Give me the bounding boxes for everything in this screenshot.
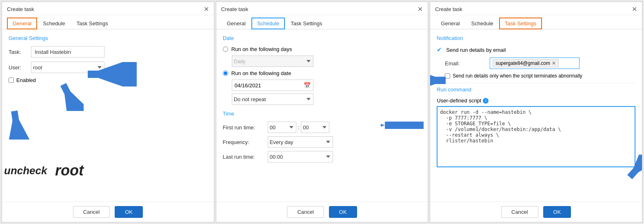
repeat-select[interactable]: Do not repeat Every day Every week Every…	[232, 93, 313, 105]
tab-general-2[interactable]: General	[221, 18, 251, 29]
last-run-row: Last run time: 00:00 01:00	[223, 151, 422, 162]
panel1-tabs: General Schedule Task Settings	[2, 15, 214, 29]
enabled-label: Enabled	[16, 77, 36, 83]
panel3-ok-button[interactable]: OK	[543, 206, 571, 218]
time-section: Time First run time: 00 010612 : 00 1530…	[223, 111, 422, 162]
radio-following-date-row: Run on the following date	[223, 70, 422, 76]
time-section-title: Time	[223, 111, 422, 117]
panel1-ok-button[interactable]: OK	[115, 206, 143, 218]
first-run-min-select[interactable]: 00 153045	[301, 122, 329, 133]
frequency-row: Frequency: Every day Every week Every mo…	[223, 136, 422, 148]
panel2-title: Create task	[221, 6, 248, 12]
panel2-footer: Cancel OK	[216, 202, 428, 222]
panel3-close-button[interactable]: ✕	[632, 5, 637, 13]
user-label: User:	[9, 64, 31, 71]
panel3-tabs: General Schedule Task Settings	[430, 15, 642, 29]
task-label: Task:	[9, 49, 31, 55]
tab-tasksettings-1[interactable]: Task Settings	[71, 18, 113, 29]
time-colon: :	[298, 124, 300, 131]
task-row: Task:	[9, 46, 207, 58]
panel3-header: Create task ✕	[430, 2, 642, 15]
panel1-cancel-button[interactable]: Cancel	[73, 206, 110, 218]
send-abnormal-label: Send run details only when the script te…	[453, 73, 582, 79]
date-input[interactable]	[235, 82, 304, 89]
panel-schedule: Create task ✕ General Schedule Task Sett…	[216, 2, 429, 222]
user-row: User: root admin	[9, 62, 207, 73]
panel1-content: General Settings Task: User: root admin …	[2, 29, 214, 202]
panel-tasksettings: Create task ✕ General Schedule Task Sett…	[430, 2, 642, 222]
panel2-close-button[interactable]: ✕	[417, 5, 423, 13]
tab-tasksettings-3[interactable]: Task Settings	[499, 18, 542, 29]
email-tag: supergate84@gmail.com ✕	[493, 59, 559, 67]
date-section-title: Date	[223, 35, 422, 41]
last-run-label: Last run time:	[223, 154, 268, 160]
email-tag-remove[interactable]: ✕	[552, 60, 556, 66]
svg-line-3	[14, 111, 18, 138]
panel3-content: Notification ✔ Send run details by email…	[430, 29, 642, 202]
panel1-close-button[interactable]: ✕	[204, 5, 209, 13]
info-icon[interactable]: i	[483, 98, 489, 104]
panel1-footer: Cancel OK	[2, 202, 214, 222]
user-select[interactable]: root admin	[31, 62, 104, 73]
first-run-hour-select[interactable]: 00 010612	[268, 122, 296, 133]
email-input-wrap: supergate84@gmail.com ✕	[490, 58, 580, 69]
notification-section-title: Notification	[437, 35, 635, 41]
first-run-label: First run time:	[223, 124, 268, 131]
daily-select[interactable]: Daily Weekly Monthly	[232, 55, 313, 67]
root-annotation: root	[55, 162, 84, 179]
first-run-row: First run time: 00 010612 : 00 153045	[223, 122, 422, 133]
divider	[437, 83, 635, 83]
run-command-title: Run command	[437, 86, 635, 93]
tab-schedule-1[interactable]: Schedule	[37, 18, 71, 29]
task-input[interactable]	[31, 46, 104, 58]
general-settings-title: General Settings	[9, 35, 207, 41]
tab-general-3[interactable]: General	[435, 18, 465, 29]
radio-following-days[interactable]	[223, 47, 228, 52]
panel2-header: Create task ✕	[216, 2, 428, 15]
send-abnormal-checkbox[interactable]	[445, 73, 450, 79]
email-label: Email:	[445, 60, 490, 67]
tab-schedule-2[interactable]: Schedule	[251, 18, 285, 29]
tab-tasksettings-2[interactable]: Task Settings	[285, 18, 328, 29]
panel3-title: Create task	[435, 6, 462, 12]
email-row: Email: supergate84@gmail.com ✕	[445, 58, 635, 69]
script-label-row: User-defined script i	[437, 98, 635, 104]
panel2-ok-button[interactable]: OK	[329, 206, 357, 218]
send-details-checkmark: ✔	[437, 46, 442, 53]
script-textarea[interactable]: docker run -d --name=hastebin \ -p 7777:…	[437, 106, 635, 167]
send-abnormal-row: Send run details only when the script te…	[445, 73, 635, 79]
email-tag-value: supergate84@gmail.com	[495, 60, 550, 66]
panel3-footer: Cancel OK	[430, 202, 642, 222]
radio-following-date-label: Run on the following date	[231, 70, 291, 76]
uncheck-annotation: uncheck	[4, 164, 47, 177]
panel3-cancel-button[interactable]: Cancel	[501, 206, 538, 218]
enabled-checkbox[interactable]	[9, 78, 14, 83]
script-label: User-defined script	[437, 98, 481, 104]
send-details-label: Send run details by email	[446, 47, 506, 53]
radio-following-days-row: Run on the following days	[223, 46, 422, 52]
panel2-tabs: General Schedule Task Settings	[216, 15, 428, 29]
send-details-row: ✔ Send run details by email	[437, 46, 635, 53]
last-run-select[interactable]: 00:00 01:00	[268, 151, 333, 162]
arrow-enabled	[6, 107, 35, 140]
arrow-root	[43, 78, 84, 111]
panel2-cancel-button[interactable]: Cancel	[287, 206, 324, 218]
panel2-content: Date Run on the following days Daily Wee…	[216, 29, 428, 202]
radio-following-days-label: Run on the following days	[231, 46, 292, 52]
calendar-icon[interactable]: 📅	[304, 82, 311, 89]
frequency-label: Frequency:	[223, 139, 268, 145]
radio-following-date[interactable]	[223, 71, 228, 76]
frequency-select[interactable]: Every day Every week Every month	[268, 136, 333, 148]
enabled-row: Enabled	[9, 77, 207, 83]
svg-line-5	[63, 84, 76, 109]
panel-general: Create task ✕ General Schedule Task Sett…	[2, 2, 214, 222]
panel1-title: Create task	[7, 6, 34, 12]
panel1-header: Create task ✕	[2, 2, 214, 15]
tab-general-1[interactable]: General	[7, 18, 37, 29]
date-input-wrap: 📅	[232, 80, 313, 91]
tab-schedule-3[interactable]: Schedule	[466, 18, 499, 29]
